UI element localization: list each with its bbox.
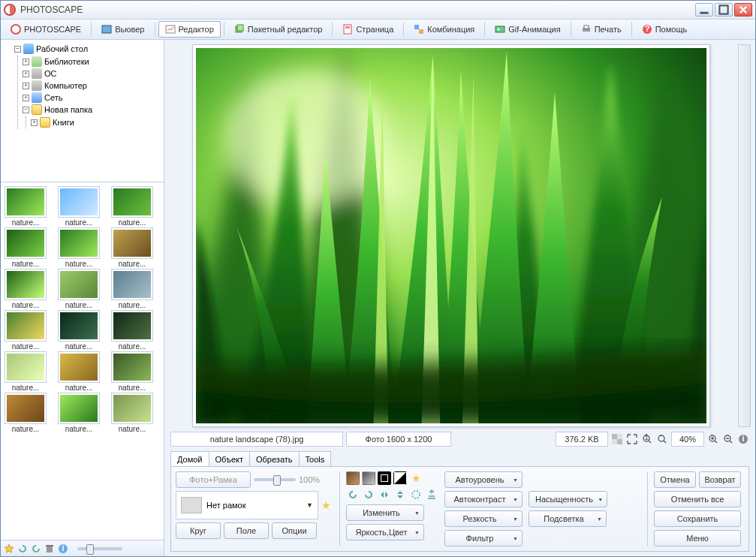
dimensions-field: Фото 1600 x 1200 — [346, 432, 451, 447]
thumbnail-item[interactable]: nature... — [59, 311, 104, 351]
thumbnail-item[interactable]: nature... — [5, 311, 50, 351]
tab-tools[interactable]: Tools — [300, 451, 332, 466]
backlight-button[interactable]: Подсветка — [529, 510, 607, 527]
tree-expand-icon[interactable]: + — [23, 83, 29, 89]
thumbnail-item[interactable]: nature... — [59, 187, 104, 227]
brightness-color-button[interactable]: Яркость,Цвет — [346, 524, 424, 540]
zoom-in-icon[interactable] — [707, 433, 719, 445]
vertical-scrollbar[interactable] — [738, 44, 751, 427]
photo-preview — [196, 48, 706, 423]
tree-expand-icon[interactable]: + — [31, 119, 38, 126]
checker-icon[interactable] — [611, 433, 623, 445]
sepia-icon[interactable] — [346, 471, 360, 485]
field-button[interactable]: Поле — [224, 522, 269, 539]
opacity-slider[interactable] — [254, 478, 296, 481]
autocontrast-button[interactable]: Автоконтраст — [444, 491, 523, 507]
tab-batch[interactable]: Пакетный редактор — [227, 21, 330, 38]
zoom-actual-icon[interactable]: 1 — [641, 433, 653, 445]
thumb-size-slider[interactable] — [77, 547, 122, 550]
tab-photoscape[interactable]: PHOTOSCAPE — [4, 21, 88, 38]
thumbnail-item[interactable]: nature... — [112, 269, 157, 309]
options-button[interactable]: Опции — [272, 522, 317, 539]
thumbnail-item[interactable]: nature... — [5, 269, 50, 309]
svg-rect-26 — [617, 439, 622, 444]
saturation-button[interactable]: Насыщенность — [529, 491, 607, 507]
free-rotate-icon[interactable] — [409, 488, 423, 501]
logo-icon — [11, 24, 21, 35]
tab-crop[interactable]: Обрезать — [250, 451, 300, 466]
tab-print[interactable]: Печать — [574, 21, 628, 38]
undo-all-button[interactable]: Отменить все — [654, 491, 741, 507]
filter-button[interactable]: Фильтр — [444, 530, 523, 546]
undo-button[interactable]: Отмена — [654, 471, 696, 488]
zoom-out-icon[interactable] — [722, 433, 734, 445]
thumbnail-item[interactable]: nature... — [112, 228, 157, 268]
tab-page[interactable]: Страница — [336, 21, 400, 38]
thumbnail-item[interactable]: nature... — [112, 311, 157, 351]
info-icon[interactable]: i — [58, 543, 68, 554]
thumbnail-item[interactable]: nature... — [112, 393, 157, 433]
invert-icon[interactable] — [378, 471, 391, 485]
main-toolbar: PHOTOSCAPE Вьювер Редактор Пакетный реда… — [1, 20, 755, 40]
rotate-left-icon[interactable] — [17, 543, 28, 554]
redo-button[interactable]: Возврат — [699, 471, 741, 488]
tab-editor[interactable]: Редактор — [158, 21, 221, 38]
tab-gif[interactable]: Gif-Анимация — [488, 21, 567, 38]
thumbnail-item[interactable]: nature... — [5, 352, 50, 392]
thumbnail-grid[interactable]: nature...nature...nature...nature...natu… — [1, 182, 164, 540]
save-button[interactable]: Сохранить — [654, 510, 741, 527]
image-canvas[interactable] — [192, 44, 710, 427]
viewer-icon — [101, 24, 112, 35]
trash-icon[interactable] — [44, 543, 55, 554]
star-icon[interactable] — [4, 543, 14, 554]
thumbnail-item[interactable]: nature... — [59, 269, 104, 309]
flip-h-icon[interactable] — [378, 488, 391, 501]
flip-v-icon[interactable] — [393, 488, 407, 501]
svg-rect-18 — [47, 546, 53, 552]
thumbnail-item[interactable]: nature... — [5, 187, 50, 227]
thumbnail-item[interactable]: nature... — [59, 393, 104, 433]
svg-rect-10 — [414, 25, 419, 29]
network-icon — [32, 92, 42, 103]
thumbnail-item[interactable]: nature... — [5, 393, 50, 433]
thumbnail-item[interactable]: nature... — [112, 352, 157, 392]
zoom-fit-icon[interactable] — [656, 433, 668, 445]
rotate-ccw-icon[interactable] — [346, 488, 360, 501]
thumbnail-item[interactable]: nature... — [112, 187, 157, 227]
close-button[interactable] — [734, 3, 752, 17]
tree-expand-icon[interactable]: + — [23, 71, 29, 77]
tab-object[interactable]: Объект — [209, 451, 250, 466]
tab-help[interactable]: ?Помощь — [635, 21, 694, 38]
rotate-right-icon[interactable] — [31, 543, 41, 554]
svg-point-34 — [412, 491, 420, 498]
tree-expand-icon[interactable]: + — [23, 95, 29, 101]
star-icon[interactable]: ★ — [409, 471, 423, 485]
thumbnail-item[interactable]: nature... — [5, 228, 50, 268]
tab-combine[interactable]: Комбинация — [407, 21, 481, 38]
bw-icon[interactable] — [393, 471, 407, 485]
autolevel-button[interactable]: Автоуровень — [444, 471, 523, 488]
fit-icon[interactable] — [626, 433, 638, 445]
photo-frame-button[interactable]: Фото+Рамка — [176, 471, 251, 488]
folder-tree[interactable]: −Рабочий стол +Библиотеки +ОС +Компьютер… — [1, 40, 164, 182]
tree-collapse-icon[interactable]: − — [14, 46, 21, 53]
resize-button[interactable]: Изменить — [346, 504, 424, 521]
tree-expand-icon[interactable]: + — [23, 59, 29, 65]
minimize-button[interactable] — [695, 3, 713, 17]
tab-viewer[interactable]: Вьювер — [95, 21, 151, 38]
sharpen-button[interactable]: Резкость — [444, 510, 523, 527]
thumbnail-item[interactable]: nature... — [59, 228, 104, 268]
horizon-icon[interactable] — [425, 488, 438, 501]
star-icon[interactable]: ★ — [321, 499, 331, 511]
grayscale-icon[interactable] — [362, 471, 375, 485]
rotate-cw-icon[interactable] — [362, 488, 375, 501]
opacity-value: 100% — [299, 475, 320, 484]
round-button[interactable]: Круг — [176, 522, 221, 539]
menu-button[interactable]: Меню — [654, 530, 741, 546]
thumbnail-item[interactable]: nature... — [59, 352, 104, 392]
tab-home[interactable]: Домой — [170, 451, 209, 466]
maximize-button[interactable] — [715, 3, 733, 17]
info-icon[interactable]: i — [737, 433, 749, 445]
tree-collapse-icon[interactable]: − — [23, 107, 29, 113]
frame-select[interactable]: Нет рамок ▼ — [176, 491, 318, 519]
